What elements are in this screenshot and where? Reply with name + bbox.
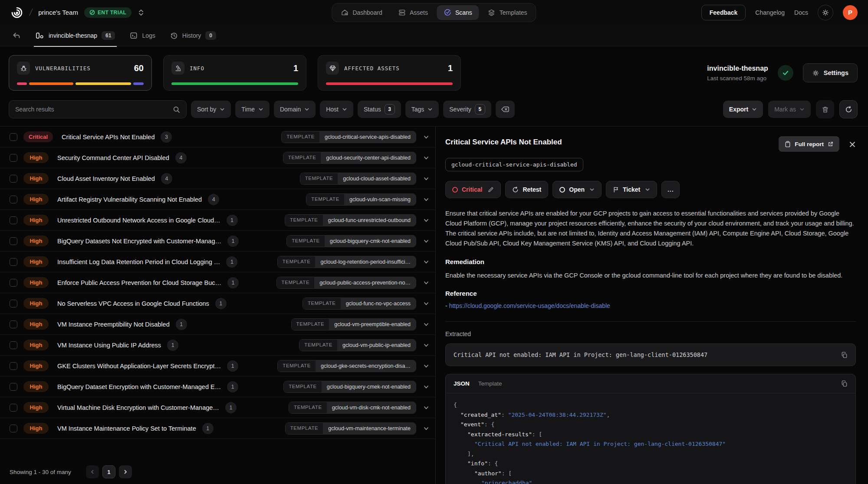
row-checkbox[interactable] (10, 362, 17, 370)
changelog-link[interactable]: Changelog (755, 9, 785, 16)
finding-row[interactable]: High Unrestricted Outbound Network Acces… (0, 210, 435, 231)
row-checkbox[interactable] (10, 133, 17, 141)
severity-select-button[interactable]: Critical (445, 181, 501, 198)
template-id-tag[interactable]: gcloud-critical-service-apis-disabled (445, 158, 583, 171)
tab-logs[interactable]: Logs (128, 25, 157, 46)
copy-icon[interactable] (841, 380, 848, 387)
template-badge[interactable]: TEMPLATE gcloud-vm-preemptible-enabled (291, 318, 416, 330)
finding-row[interactable]: High Enforce Public Access Prevention fo… (0, 272, 435, 293)
template-badge[interactable]: TEMPLATE gcloud-vuln-scan-missing (306, 193, 416, 206)
finding-row[interactable]: High BigQuery Datasets Not Encrypted wit… (0, 231, 435, 252)
retest-button[interactable]: Retest (505, 181, 548, 198)
row-checkbox[interactable] (10, 341, 17, 349)
template-badge[interactable]: TEMPLATE gcloud-security-center-api-disa… (283, 152, 416, 164)
nav-item-templates[interactable]: Templates (481, 5, 534, 20)
row-checkbox[interactable] (10, 154, 17, 162)
tab-json[interactable]: JSON (454, 380, 470, 387)
finding-row[interactable]: High Artifact Registry Vulnerability Sca… (0, 189, 435, 210)
row-checkbox[interactable] (10, 258, 17, 266)
row-expand-chevron-icon[interactable] (423, 280, 429, 286)
search-box[interactable] (9, 100, 187, 118)
tab-scan-results[interactable]: invincible-thesnap 61 (34, 25, 117, 46)
finding-row[interactable]: High No Serverless VPC Access in Google … (0, 293, 435, 314)
ticket-button[interactable]: Ticket (606, 181, 657, 198)
user-avatar[interactable]: P (843, 5, 858, 20)
row-checkbox[interactable] (10, 196, 17, 203)
more-actions-button[interactable]: ... (661, 181, 680, 198)
settings-gear-icon[interactable] (818, 5, 833, 20)
row-expand-chevron-icon[interactable] (423, 342, 429, 348)
template-badge[interactable]: TEMPLATE gcloud-vm-disk-cmk-not-enabled (289, 402, 416, 414)
row-expand-chevron-icon[interactable] (423, 238, 429, 244)
nav-item-assets[interactable]: Assets (391, 5, 435, 20)
template-badge[interactable]: TEMPLATE gcloud-func-no-vpc-access (302, 298, 416, 310)
finding-row[interactable]: High Insufficient Log Data Retention Per… (0, 252, 435, 272)
mark-as-button[interactable]: Mark as (768, 101, 811, 118)
finding-row[interactable]: High Security Command Center API Disable… (0, 147, 435, 168)
row-checkbox[interactable] (10, 279, 17, 287)
row-expand-chevron-icon[interactable] (423, 363, 429, 369)
row-expand-chevron-icon[interactable] (423, 217, 429, 223)
filter-time[interactable]: Time (235, 101, 270, 118)
filter-severity[interactable]: Severity 5 (443, 101, 491, 118)
row-checkbox[interactable] (10, 425, 17, 432)
finding-row[interactable]: High Cloud Asset Inventory Not Enabled 4… (0, 168, 435, 189)
template-badge[interactable]: TEMPLATE gcloud-func-unrestricted-outbou… (285, 214, 416, 226)
template-badge[interactable]: TEMPLATE gcloud-log-retention-period-ins… (277, 256, 416, 268)
template-badge[interactable]: TEMPLATE gcloud-bigquery-cmk-not-enabled (286, 235, 416, 247)
refresh-button[interactable] (839, 100, 858, 118)
finding-row[interactable]: Critical Critical Service APIs Not Enabl… (0, 127, 435, 147)
row-checkbox[interactable] (10, 237, 17, 245)
info-card[interactable]: INFO 1 (163, 55, 306, 91)
row-expand-chevron-icon[interactable] (423, 155, 429, 161)
status-select-button[interactable]: Open (552, 181, 602, 198)
row-expand-chevron-icon[interactable] (423, 176, 429, 182)
template-badge[interactable]: TEMPLATE gcloud-public-access-prevention… (276, 277, 416, 289)
template-badge[interactable]: TEMPLATE gcloud-vm-public-ip-enabled (299, 339, 416, 351)
search-input[interactable] (15, 106, 168, 113)
filter-sort-by[interactable]: Sort by (191, 101, 231, 118)
copy-icon[interactable] (841, 352, 848, 358)
row-expand-chevron-icon[interactable] (423, 196, 429, 203)
delete-button[interactable] (816, 100, 834, 118)
row-expand-chevron-icon[interactable] (423, 259, 429, 265)
page-number[interactable]: 1 (102, 465, 115, 478)
template-badge[interactable]: TEMPLATE gcloud-cloud-asset-disabled (300, 173, 416, 185)
prev-page-button[interactable] (86, 465, 99, 478)
nav-item-scans[interactable]: Scans (437, 5, 479, 20)
template-badge[interactable]: TEMPLATE gcloud-gke-secrets-encryption-d… (277, 360, 416, 372)
row-expand-chevron-icon[interactable] (423, 425, 429, 432)
export-button[interactable]: Export (723, 101, 763, 118)
row-expand-chevron-icon[interactable] (423, 321, 429, 327)
reference-link[interactable]: https://cloud.google.com/service-usage/d… (449, 302, 610, 309)
clear-filters-button[interactable] (496, 101, 515, 118)
row-checkbox[interactable] (10, 216, 17, 224)
row-expand-chevron-icon[interactable] (423, 384, 429, 390)
affected-assets-card[interactable]: AFFECTED ASSETS 1 (318, 55, 461, 91)
next-page-button[interactable] (119, 465, 132, 478)
team-switcher-icon[interactable] (138, 9, 144, 16)
filter-status[interactable]: Status 3 (358, 101, 401, 118)
scan-settings-button[interactable]: Settings (803, 63, 858, 82)
finding-row[interactable]: High VM Instance Using Public IP Address… (0, 335, 435, 356)
finding-row[interactable]: High VM Instance Maintenance Policy Set … (0, 418, 435, 439)
close-panel-button[interactable] (849, 140, 856, 148)
tab-template[interactable]: Template (478, 380, 502, 387)
row-checkbox[interactable] (10, 383, 17, 391)
row-checkbox[interactable] (10, 175, 17, 183)
filter-domain[interactable]: Domain (274, 101, 316, 118)
finding-row[interactable]: High Virtual Machine Disk Encryption wit… (0, 397, 435, 418)
docs-link[interactable]: Docs (794, 9, 808, 16)
nav-item-dashboard[interactable]: Dashboard (334, 5, 389, 20)
finding-row[interactable]: High GKE Clusters Without Application-La… (0, 356, 435, 376)
vulnerabilities-card[interactable]: VULNERABILITIES 60 (9, 55, 152, 91)
filter-host[interactable]: Host (320, 101, 353, 118)
row-expand-chevron-icon[interactable] (423, 301, 429, 307)
tab-history[interactable]: History 0 (168, 25, 218, 46)
row-checkbox[interactable] (10, 300, 17, 307)
row-expand-chevron-icon[interactable] (423, 405, 429, 411)
team-name[interactable]: prince's Team (38, 9, 78, 16)
finding-row[interactable]: High BigQuery Dataset Encryption with Cu… (0, 376, 435, 397)
row-checkbox[interactable] (10, 320, 17, 328)
template-badge[interactable]: TEMPLATE gcloud-bigquery-cmek-not-enable… (283, 381, 416, 393)
